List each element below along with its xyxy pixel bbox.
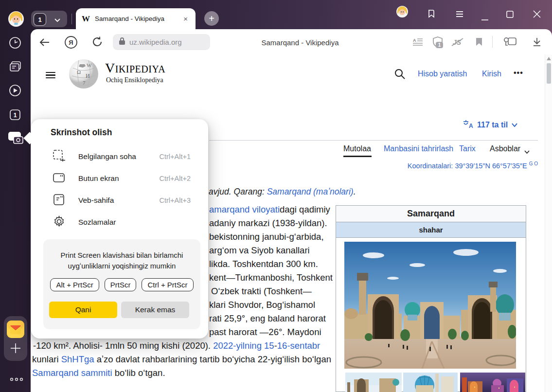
article-text: . [354, 187, 356, 196]
registan-photo[interactable] [344, 242, 516, 371]
search-icon[interactable] [394, 68, 406, 82]
javascript-disabled-icon[interactable]: JS [451, 37, 464, 49]
menu-item-shortcut: Ctrl+Alt+3 [160, 196, 191, 204]
menu-item-label: Butun ekran [78, 174, 119, 183]
key-prtscr: PrtScr [105, 278, 137, 291]
article-text-line: argʻom va Siyob kanallari [209, 244, 310, 257]
article-text: rati 25,9°, eng baland harorat [209, 313, 326, 323]
article-text: kent—Turkmanboshi, Toshkent [209, 272, 333, 283]
infobox-thumbnail-dome[interactable] [403, 373, 458, 392]
article-link[interactable]: Samarqand (maʼnolari) [267, 187, 354, 196]
article-tabbar-border [209, 140, 538, 141]
article-text: aʼzo davlat rahbarlarining tartib boʻyic… [94, 354, 331, 364]
scrollbar-thumb[interactable] [547, 63, 551, 84]
tab-close-icon[interactable]: × [181, 15, 190, 23]
svg-text:A: A [413, 38, 416, 43]
tabs-counter-icon[interactable]: 1 [8, 108, 22, 124]
bookmark-icon[interactable] [476, 37, 482, 48]
shortcut-keys-row: Alt + PrtScr PrtScr Ctrl + PrtScr [43, 278, 200, 291]
hatnote: avjud. Qarang: Samarqand (maʼnolari). [209, 185, 356, 198]
article-text: past harorat —26°. Maydoni [209, 327, 321, 337]
window-minimize-button[interactable] [481, 14, 488, 23]
wiki-more-icon[interactable]: ••• [514, 69, 523, 77]
menu-item-web-page[interactable]: Veb-sahifa Ctrl+Alt+3 [53, 192, 191, 209]
article-link[interactable]: 2022-yilning 15 [213, 340, 274, 351]
tab-group-count-badge: 1 [34, 13, 46, 26]
chevron-down-icon[interactable] [53, 16, 61, 25]
infobox-thumbnail-night[interactable] [460, 373, 525, 392]
bookmarks-panel-icon[interactable] [425, 8, 437, 21]
full-screen-icon [53, 171, 66, 186]
article-text-line: kent—Turkmanboshi, Toshkent [209, 271, 333, 285]
article-link[interactable]: ShHTga [61, 354, 94, 364]
profile-avatar[interactable] [8, 11, 24, 27]
article-text: kunlari [32, 354, 61, 364]
window-close-button[interactable] [533, 10, 541, 20]
downloads-icon[interactable] [532, 37, 542, 49]
wikipedia-favicon: W [82, 14, 90, 24]
wiki-wordmark[interactable]: Vikipediya [105, 60, 165, 76]
back-icon[interactable] [39, 37, 51, 50]
url-bar[interactable]: uz.wikipedia.org [113, 34, 210, 50]
history-icon[interactable] [8, 36, 22, 52]
article-text: Oʻzbek trakti (Toshkent— [211, 286, 312, 296]
video-icon[interactable] [8, 84, 22, 99]
scrollbar[interactable] [545, 54, 552, 392]
menu-item-full-screen[interactable]: Butun ekran Ctrl+Alt+2 [53, 170, 191, 187]
wiki-menu-icon[interactable] [46, 70, 55, 80]
article-link[interactable]: amarqand viloyati [209, 204, 280, 214]
scroll-up-icon [547, 57, 551, 60]
yandex-search-icon[interactable]: Я [64, 36, 78, 51]
infobox-thumbnail-day[interactable] [345, 373, 402, 392]
article-text: boʻlib oʻtgan. [112, 368, 165, 378]
svg-text:1: 1 [14, 112, 17, 119]
new-tab-button[interactable]: + [204, 11, 219, 26]
sync-avatar[interactable] [396, 6, 408, 18]
window-maximize-button[interactable] [506, 11, 514, 20]
coordinates-label: Koordinatalari: [408, 162, 453, 170]
article-text-line: Oʻzbek trakti (Toshkent— [211, 285, 312, 298]
add-app-icon[interactable] [10, 342, 21, 356]
article-link[interactable]: 16-sentabr [277, 340, 320, 351]
gear-icon [53, 215, 66, 230]
sidebar-more-icon[interactable] [10, 375, 23, 384]
screenshot-tool-icon[interactable] [7, 130, 24, 148]
key-alt-prtscr: Alt + PrtScr [50, 278, 99, 291]
article-text-line: likda. Toshkentdan 300 km. [209, 257, 318, 271]
article-text-line: -120 km². Aholisi- 1mln 50 ming kishi (2… [33, 339, 320, 353]
article-text-line: bekistonning janubi-gʻarbida, [209, 230, 324, 244]
article-text-line: past harorat —26°. Maydoni [209, 325, 321, 339]
tab-tools[interactable]: Asboblar [490, 144, 520, 153]
article-link[interactable]: Samarqand sammiti [32, 368, 112, 378]
yandex-mail-icon[interactable] [7, 321, 24, 340]
protect-shield-icon[interactable]: 1 [431, 36, 445, 51]
coordinates-sup-links[interactable]: G O [529, 161, 538, 166]
coordinates-line[interactable]: Koordinatalari: 39°39′15″N 66°57′35″E G … [340, 161, 538, 170]
menu-item-label: Belgilangan soha [78, 152, 136, 161]
coordinates-value[interactable]: 39°39′15″N 66°57′35″E [455, 162, 527, 170]
menu-item-selected-area[interactable]: Belgilangan soha Ctrl+Alt+1 [53, 148, 191, 165]
svg-text:И: И [86, 72, 90, 79]
svg-text:A: A [469, 123, 473, 129]
side-panel-icon[interactable] [503, 36, 517, 50]
tab-history[interactable]: Tarix [459, 144, 476, 153]
tab-group-control[interactable]: 1 [31, 11, 67, 27]
browser-tab-active[interactable]: W Samarqand - Vikipediya × [76, 8, 196, 29]
tab-read[interactable]: Mutolaa [343, 144, 371, 153]
article-text-line: rati 25,9°, eng baland harorat [209, 312, 326, 325]
menu-item-settings[interactable]: Sozlamalar [53, 214, 191, 231]
tab-edit-source[interactable]: Manbasini tahrirlash [384, 144, 453, 153]
wikipedia-logo[interactable]: WΩИ7 [68, 58, 99, 91]
lock-icon [119, 37, 125, 47]
dismiss-button[interactable]: Kerak emas [121, 302, 189, 318]
reader-mode-icon[interactable]: A [413, 37, 423, 48]
article-text-line: adaniy markazi (1938-yildan). [209, 216, 327, 230]
feed-icon[interactable] [8, 60, 22, 75]
language-selector[interactable]: A 117 ta til [463, 119, 518, 131]
reload-icon[interactable] [91, 36, 103, 50]
create-account-link[interactable]: Hisob yaratish [418, 70, 467, 78]
menu-item-shortcut: Ctrl+Alt+1 [160, 153, 191, 160]
browser-menu-icon[interactable] [455, 10, 464, 20]
login-link[interactable]: Kirish [482, 70, 501, 78]
confirm-button[interactable]: Qani [49, 302, 117, 318]
